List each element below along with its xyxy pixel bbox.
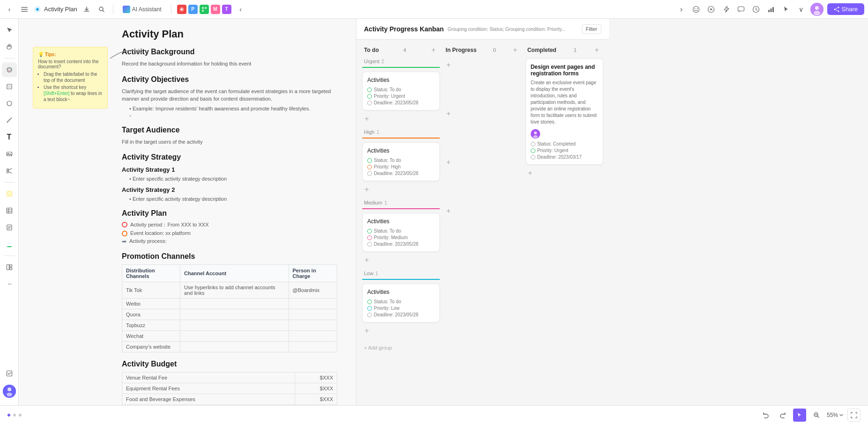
play-button[interactable] [705, 4, 717, 15]
budget-row: Equipment Rental Fees $XXX [122, 383, 337, 394]
tool-frame[interactable] [2, 79, 17, 94]
card-add-medium[interactable]: + [362, 256, 371, 265]
tool-table[interactable] [2, 203, 17, 218]
app-icon-4[interactable]: M [211, 5, 220, 14]
left-sidebar: T ··· [0, 19, 19, 405]
add-card-inprogress-4[interactable]: + [444, 206, 453, 216]
card-add-completed[interactable]: + [526, 168, 535, 178]
share-button[interactable]: Share [827, 3, 864, 15]
col-add-inprogress[interactable]: + [511, 45, 520, 55]
svg-rect-44 [10, 268, 12, 270]
tool-shape[interactable] [2, 96, 17, 111]
tool-scissors[interactable] [2, 163, 17, 178]
card-add-high[interactable]: + [362, 185, 371, 194]
channel-quora: Quora [122, 309, 180, 320]
app-icon-2[interactable]: P [188, 5, 198, 14]
page-dot-3[interactable] [19, 414, 22, 417]
tool-select[interactable] [2, 22, 17, 37]
column-inprogress: In Progress 0 + + + + + [444, 45, 521, 400]
svg-point-26 [7, 69, 8, 70]
emoji-button[interactable] [690, 4, 702, 15]
nav-prev[interactable]: › [675, 4, 687, 15]
tool-hand[interactable] [2, 39, 17, 54]
search-button[interactable] [96, 4, 107, 15]
svg-point-50 [534, 132, 537, 134]
kanban-card-high-1[interactable]: Activities Status: To do Priority: High [362, 142, 440, 181]
budget-item-2: Equipment Rental Fees [122, 383, 295, 394]
more-apps-button[interactable]: ‹ [235, 4, 246, 15]
page-dot-2[interactable] [13, 414, 16, 417]
channel-wechat: Wechat [122, 331, 180, 342]
tool-text[interactable]: T [2, 130, 17, 145]
clock-button[interactable] [750, 4, 762, 15]
ai-assistant-button[interactable]: AI Assistant [119, 5, 165, 14]
svg-rect-8 [205, 7, 207, 9]
account-topbuzz [180, 320, 289, 331]
download-button[interactable] [81, 4, 92, 15]
tool-sticky[interactable] [2, 186, 17, 201]
budget-row: Publicity and Promotion Expenses $XXX [122, 405, 337, 406]
menu-button[interactable] [19, 4, 30, 15]
topbar-left: ‹ Activity Plan AI Assistant P [4, 4, 246, 15]
cursor-mode-button[interactable] [793, 409, 806, 422]
svg-rect-9 [202, 10, 204, 12]
kanban-area: Activity Progress Kanban Grouping condit… [356, 19, 609, 405]
back-button[interactable]: ‹ [4, 4, 15, 15]
card-status-low-1: Status: To do [367, 299, 435, 304]
add-group-button[interactable]: + Add group [362, 343, 440, 352]
person-topbuzz [289, 320, 337, 331]
svg-rect-32 [8, 85, 11, 88]
app-icon-3[interactable] [200, 5, 209, 14]
card-add-urgent[interactable]: + [362, 114, 371, 124]
col-title-inprogress: In Progress [445, 47, 476, 53]
fit-button[interactable] [847, 409, 861, 422]
user-tool-avatar[interactable] [3, 385, 16, 398]
tool-brush[interactable] [2, 237, 17, 252]
user-avatar[interactable] [810, 3, 823, 16]
tool-pages[interactable] [2, 366, 17, 381]
sticky-item-1: Drag the table/label to the top of the d… [44, 71, 103, 83]
strategy-1-heading: Activity Strategy 1 [122, 166, 337, 173]
channel-weibo: Weibo [122, 299, 180, 309]
kanban-card-urgent-1[interactable]: Activities Status: To do Priority: Urgen… [362, 72, 440, 110]
expand-button[interactable]: ∨ [795, 4, 807, 15]
tool-doc[interactable] [2, 220, 17, 235]
kanban-card-low-1[interactable]: Activities Status: To do Priority: Low [362, 284, 440, 322]
add-card-inprogress-1[interactable]: + [444, 60, 453, 70]
chart-button[interactable] [765, 4, 777, 15]
add-card-inprogress-2[interactable]: + [444, 109, 453, 118]
app-icon-1[interactable] [177, 5, 186, 14]
svg-point-4 [37, 8, 38, 10]
undo-button[interactable] [759, 409, 772, 422]
app-icon-5[interactable]: T [222, 5, 231, 14]
tool-more[interactable]: ··· [2, 277, 17, 292]
completed-card-1[interactable]: Design event pages and registration form… [526, 58, 603, 165]
col-count-completed: 1 [574, 47, 577, 53]
col-add-completed[interactable]: + [592, 45, 601, 55]
tool-pen[interactable] [2, 113, 17, 128]
channel-topbuzz: Topbuzz [122, 320, 180, 331]
redo-button[interactable] [776, 409, 789, 422]
kanban-card-medium-1[interactable]: Activities Status: To do Priority: Mediu… [362, 213, 440, 252]
filter-button[interactable]: Filter [582, 24, 601, 34]
page-dot-1[interactable] [7, 414, 10, 417]
tool-palette[interactable] [2, 62, 17, 77]
section-strategy-heading: Activity Strategy [122, 153, 337, 161]
person-tiktok: @Boardmix [289, 282, 337, 299]
account-website [180, 342, 289, 352]
card-add-low[interactable]: + [362, 326, 371, 336]
cursor-button[interactable] [780, 4, 792, 15]
svg-rect-2 [21, 11, 28, 12]
tool-image[interactable] [2, 146, 17, 161]
chat-button[interactable] [735, 4, 747, 15]
col-add-todo[interactable]: + [429, 45, 438, 55]
zoom-level[interactable]: 55% [827, 412, 844, 418]
tool-template[interactable] [2, 260, 17, 275]
zoom-out-button[interactable] [810, 409, 823, 422]
document-area[interactable]: 💡 Tips: How to insert content into the d… [19, 19, 356, 405]
section-audience-content: Fill in the target users of the activity [122, 138, 337, 146]
card-deadline-urgent-1: Deadline: 2023/05/28 [367, 100, 435, 105]
add-card-inprogress-3[interactable]: + [444, 158, 453, 167]
lightning-button[interactable] [720, 4, 732, 15]
budget-row: Venue Rental Fee $XXX [122, 373, 337, 383]
